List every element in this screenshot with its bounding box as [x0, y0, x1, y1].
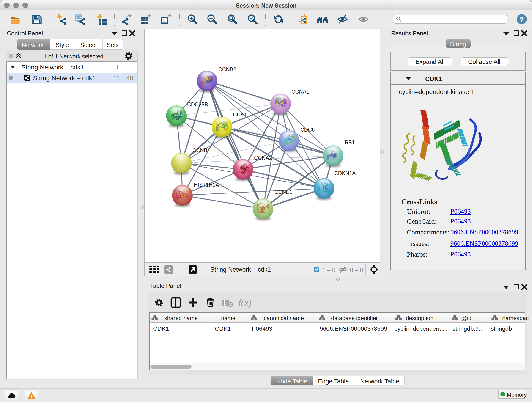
svg-text:CCNB1: CCNB1: [192, 147, 210, 153]
svg-text:CDC25B: CDC25B: [187, 102, 208, 108]
svg-text:CCNB2: CCNB2: [218, 66, 236, 72]
svg-text:RB1: RB1: [345, 140, 355, 146]
svg-text:CDK1: CDK1: [233, 112, 247, 118]
svg-text:HIST1H1A: HIST1H1A: [194, 182, 219, 188]
svg-text:CCNA2: CCNA2: [254, 155, 272, 161]
svg-text:CDC6: CDC6: [300, 127, 315, 133]
svg-text:CCNE1: CCNE1: [274, 189, 292, 195]
svg-text:CDKN1A: CDKN1A: [334, 170, 356, 176]
svg-text:CCNA1: CCNA1: [291, 89, 309, 95]
